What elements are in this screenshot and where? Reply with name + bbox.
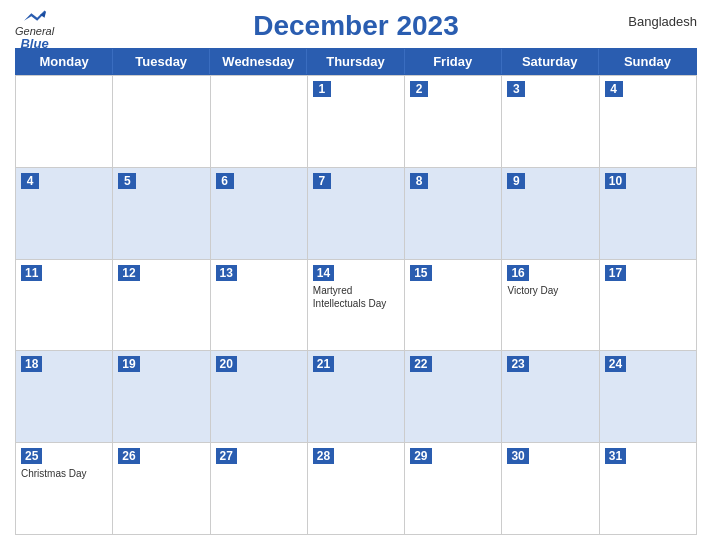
- day-cell: 29: [405, 443, 502, 535]
- day-cell: 17: [600, 260, 697, 352]
- calendar-header: General Blue December 2023 Bangladesh: [15, 10, 697, 42]
- day-cell: 28: [308, 443, 405, 535]
- day-cell: 7: [308, 168, 405, 260]
- day-cell: 24: [600, 351, 697, 443]
- day-cell: 18: [16, 351, 113, 443]
- col-header-saturday: Saturday: [502, 49, 599, 74]
- day-number: 10: [605, 173, 626, 189]
- day-cell: 26: [113, 443, 210, 535]
- day-cell: 3: [502, 76, 599, 168]
- calendar-wrapper: General Blue December 2023 Bangladesh Mo…: [0, 0, 712, 550]
- day-cell: [211, 76, 308, 168]
- day-cell: 10: [600, 168, 697, 260]
- day-number: 25: [21, 448, 42, 464]
- day-cell: 6: [211, 168, 308, 260]
- day-cell: 12: [113, 260, 210, 352]
- day-number: 5: [118, 173, 136, 189]
- day-number: 14: [313, 265, 334, 281]
- col-header-sunday: Sunday: [599, 49, 696, 74]
- holiday-label: Victory Day: [507, 284, 593, 297]
- day-number: 1: [313, 81, 331, 97]
- day-cell: 5: [113, 168, 210, 260]
- day-number: 17: [605, 265, 626, 281]
- day-cell: 20: [211, 351, 308, 443]
- day-number: 6: [216, 173, 234, 189]
- day-number: 29: [410, 448, 431, 464]
- generalblue-logo: General Blue: [15, 10, 54, 50]
- day-cell: 31: [600, 443, 697, 535]
- day-number: 9: [507, 173, 525, 189]
- day-number: 12: [118, 265, 139, 281]
- day-cell: 1: [308, 76, 405, 168]
- day-number: 3: [507, 81, 525, 97]
- day-number: 2: [410, 81, 428, 97]
- day-cell: 27: [211, 443, 308, 535]
- day-number: 8: [410, 173, 428, 189]
- day-number: 16: [507, 265, 528, 281]
- day-number: 22: [410, 356, 431, 372]
- day-cell: [113, 76, 210, 168]
- day-number: 4: [21, 173, 39, 189]
- day-cell: 4: [16, 168, 113, 260]
- day-number: 18: [21, 356, 42, 372]
- day-number: 30: [507, 448, 528, 464]
- logo-bird-icon: [24, 10, 46, 24]
- day-number: 11: [21, 265, 42, 281]
- holiday-label: Christmas Day: [21, 467, 107, 480]
- day-cell: [16, 76, 113, 168]
- country-label: Bangladesh: [628, 14, 697, 29]
- day-number: 28: [313, 448, 334, 464]
- day-number: 23: [507, 356, 528, 372]
- holiday-label: Martyred Intellectuals Day: [313, 284, 399, 310]
- day-cell: 13: [211, 260, 308, 352]
- col-header-monday: Monday: [16, 49, 113, 74]
- col-header-wednesday: Wednesday: [210, 49, 307, 74]
- calendar-grid: 12344567891011121314Martyred Intellectua…: [15, 75, 697, 535]
- day-cell: 2: [405, 76, 502, 168]
- day-number: 15: [410, 265, 431, 281]
- day-number: 27: [216, 448, 237, 464]
- day-number: 7: [313, 173, 331, 189]
- day-number: 31: [605, 448, 626, 464]
- day-number: 13: [216, 265, 237, 281]
- col-header-thursday: Thursday: [307, 49, 404, 74]
- day-cell: 4: [600, 76, 697, 168]
- day-cell: 22: [405, 351, 502, 443]
- day-cell: 16Victory Day: [502, 260, 599, 352]
- day-cell: 15: [405, 260, 502, 352]
- col-header-tuesday: Tuesday: [113, 49, 210, 74]
- day-cell: 11: [16, 260, 113, 352]
- day-cell: 23: [502, 351, 599, 443]
- day-cell: 21: [308, 351, 405, 443]
- day-number: 4: [605, 81, 623, 97]
- day-cell: 8: [405, 168, 502, 260]
- day-cell: 9: [502, 168, 599, 260]
- day-number: 26: [118, 448, 139, 464]
- day-cell: 14Martyred Intellectuals Day: [308, 260, 405, 352]
- day-headers-row: Monday Tuesday Wednesday Thursday Friday…: [15, 48, 697, 75]
- day-number: 20: [216, 356, 237, 372]
- day-number: 19: [118, 356, 139, 372]
- calendar-title: December 2023: [253, 10, 458, 42]
- day-cell: 25Christmas Day: [16, 443, 113, 535]
- col-header-friday: Friday: [405, 49, 502, 74]
- day-number: 21: [313, 356, 334, 372]
- day-cell: 19: [113, 351, 210, 443]
- logo-blue-text: Blue: [20, 37, 48, 50]
- day-number: 24: [605, 356, 626, 372]
- day-cell: 30: [502, 443, 599, 535]
